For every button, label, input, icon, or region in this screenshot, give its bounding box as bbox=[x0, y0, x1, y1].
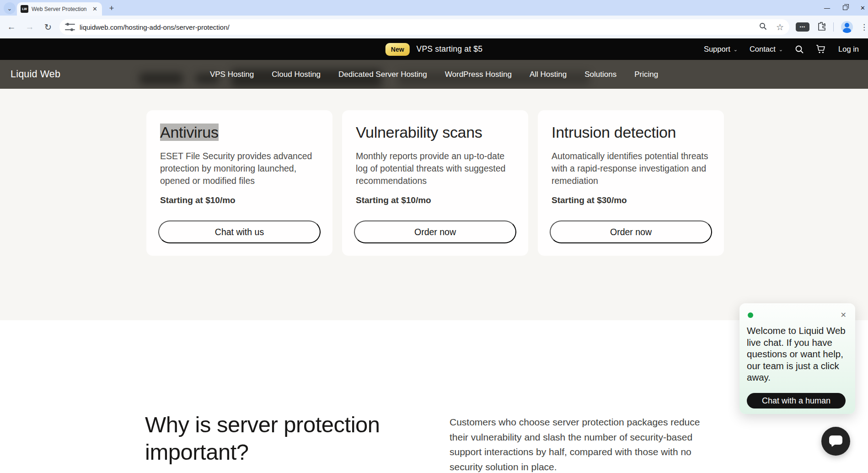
order-now-button[interactable]: Order now bbox=[550, 220, 712, 243]
zoom-icon[interactable] bbox=[759, 22, 767, 32]
toolbar-separator bbox=[833, 22, 834, 32]
window-restore-button[interactable] bbox=[843, 5, 847, 10]
url-text[interactable]: liquidweb.com/hosting-add-ons/server-pro… bbox=[80, 23, 755, 31]
cart-icon[interactable] bbox=[816, 44, 826, 54]
browser-toolbar: ← → ↻ liquidweb.com/hosting-add-ons/serv… bbox=[0, 16, 868, 38]
contact-label: Contact bbox=[750, 45, 776, 54]
nav-dedicated-server-hosting[interactable]: Dedicated Server Hosting bbox=[338, 70, 427, 79]
new-badge: New bbox=[386, 43, 410, 56]
card-vulnerability-scans: Vulnerability scans Monthly reports prov… bbox=[342, 110, 528, 256]
why-section: Why is server protection important? Cust… bbox=[0, 320, 868, 473]
reload-icon[interactable]: ↻ bbox=[42, 22, 54, 32]
password-manager-icon[interactable]: ••• bbox=[796, 22, 809, 32]
browser-menu-icon[interactable]: ⋮ bbox=[860, 22, 868, 32]
card-antivirus: Antivirus ESET File Security provides ad… bbox=[146, 110, 332, 256]
chat-with-human-button[interactable]: Chat with a human bbox=[747, 393, 846, 408]
bookmark-star-icon[interactable]: ☆ bbox=[776, 22, 784, 32]
profile-avatar[interactable] bbox=[841, 21, 853, 33]
window-minimize-button[interactable]: — bbox=[824, 5, 830, 11]
order-now-button[interactable]: Order now bbox=[354, 220, 516, 243]
support-label: Support bbox=[704, 45, 730, 54]
nav-wordpress-hosting[interactable]: WordPress Hosting bbox=[445, 70, 512, 79]
card-intrusion-detection: Intrusion detection Automatically identi… bbox=[538, 110, 724, 256]
chat-launcher-button[interactable] bbox=[821, 427, 850, 456]
speech-bubble-icon bbox=[829, 435, 842, 445]
promo-banner: New VPS starting at $5 Support ⌄ Contact… bbox=[0, 38, 868, 60]
liquidweb-logo[interactable]: Liquid Web bbox=[11, 69, 60, 80]
card-description: Automatically identifies potential threa… bbox=[552, 150, 710, 187]
contact-menu[interactable]: Contact ⌄ bbox=[750, 45, 783, 54]
search-icon[interactable] bbox=[795, 45, 804, 54]
new-tab-button[interactable]: + bbox=[106, 3, 117, 14]
tab-search-chevron-icon[interactable]: ⌄ bbox=[4, 2, 16, 14]
back-icon[interactable]: ← bbox=[5, 22, 17, 32]
browser-tab[interactable]: LW Web Server Protection Services ✕ bbox=[17, 2, 102, 16]
screen: ⌄ LW Web Server Protection Services ✕ + … bbox=[0, 0, 868, 473]
card-title: Intrusion detection bbox=[552, 122, 710, 142]
card-title: Vulnerability scans bbox=[356, 122, 514, 142]
login-link[interactable]: Log in bbox=[838, 45, 859, 54]
card-price: Starting at $10/mo bbox=[160, 195, 236, 205]
why-body-text: Customers who choose server protection p… bbox=[450, 415, 707, 473]
nav-all-hosting[interactable]: All Hosting bbox=[530, 70, 567, 79]
card-price: Starting at $30/mo bbox=[552, 195, 627, 205]
card-description: Monthly reports provide an up-to-date lo… bbox=[356, 150, 514, 187]
chat-welcome-message: Welcome to Liquid Web live chat. If you … bbox=[747, 325, 848, 383]
promo-text[interactable]: VPS starting at $5 bbox=[417, 44, 483, 54]
window-close-button[interactable]: ✕ bbox=[860, 5, 865, 11]
product-cards: Antivirus ESET File Security provides ad… bbox=[146, 110, 724, 256]
why-heading: Why is server protection important? bbox=[145, 411, 410, 466]
extensions-puzzle-icon[interactable] bbox=[817, 22, 826, 32]
chevron-down-icon: ⌄ bbox=[779, 47, 783, 53]
forward-icon[interactable]: → bbox=[24, 22, 36, 32]
live-chat-popup: ✕ Welcome to Liquid Web live chat. If yo… bbox=[739, 303, 855, 414]
support-menu[interactable]: Support ⌄ bbox=[704, 45, 738, 54]
browser-titlebar: ⌄ LW Web Server Protection Services ✕ + … bbox=[0, 0, 868, 16]
chat-with-us-button[interactable]: Chat with us bbox=[158, 220, 321, 243]
site-info-icon[interactable] bbox=[65, 24, 75, 30]
address-bar[interactable]: liquidweb.com/hosting-add-ons/server-pro… bbox=[59, 19, 789, 35]
nav-pricing[interactable]: Pricing bbox=[634, 70, 658, 79]
tab-close-icon[interactable]: ✕ bbox=[91, 5, 98, 12]
tab-title: Web Server Protection Services bbox=[32, 6, 88, 12]
card-title: Antivirus bbox=[160, 122, 319, 142]
online-status-dot bbox=[748, 312, 753, 318]
chat-close-icon[interactable]: ✕ bbox=[839, 309, 848, 321]
main-navbar: Liquid Web VPS Hosting Cloud Hosting Ded… bbox=[0, 60, 868, 89]
card-price: Starting at $10/mo bbox=[356, 195, 431, 205]
nav-solutions[interactable]: Solutions bbox=[584, 70, 616, 79]
nav-cloud-hosting[interactable]: Cloud Hosting bbox=[272, 70, 321, 79]
liquidweb-favicon: LW bbox=[21, 5, 28, 13]
selected-text: Antivirus bbox=[160, 124, 219, 141]
card-description: ESET File Security provides advanced pro… bbox=[160, 150, 319, 187]
nav-vps-hosting[interactable]: VPS Hosting bbox=[210, 70, 254, 79]
chevron-down-icon: ⌄ bbox=[734, 47, 738, 53]
